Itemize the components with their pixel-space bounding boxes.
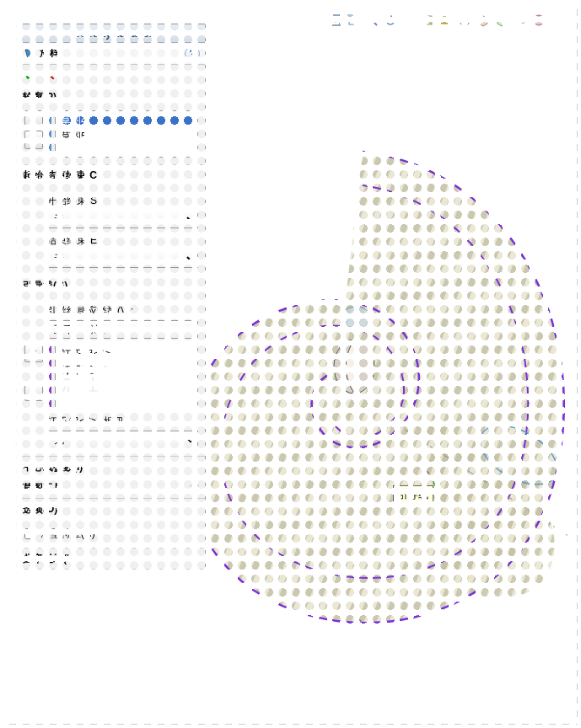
thin-feature-label: 薄壁特征(H)	[40, 527, 95, 541]
svg-point-6	[353, 367, 360, 374]
section-icon[interactable]	[419, 12, 436, 29]
svg-line-16	[374, 22, 377, 25]
box1-icon[interactable]	[456, 12, 473, 29]
chevron-down-icon: ﹀	[190, 483, 200, 493]
guide-type-select[interactable]: 到下一引线	[46, 320, 198, 339]
profiles-listbox[interactable]: 草图4 草图5	[55, 110, 198, 158]
start-constraint-label: 开始约束(S):	[24, 194, 198, 208]
svg-point-7	[357, 72, 362, 77]
section-curvature: 曲率显示(Y) ﹀	[18, 549, 205, 570]
cancel-button[interactable]: ✕	[46, 69, 56, 83]
section-thin: 薄壁特征(H)	[18, 520, 205, 549]
list-item[interactable]: 草图4	[57, 113, 196, 129]
pan-icon[interactable]	[401, 12, 417, 29]
svg-point-15	[368, 16, 374, 23]
appearance-icon[interactable]	[530, 12, 547, 29]
section-centerline: 中心线参数(I) ﹀	[18, 457, 205, 478]
move-down-button[interactable]: ⇩	[24, 131, 43, 149]
view-toolbar	[326, 12, 547, 29]
start-constraint-select[interactable]: 无	[46, 210, 198, 228]
svg-point-5	[341, 307, 371, 330]
guide-type-label: 引导线感应类型(V):	[24, 304, 198, 318]
pin-button[interactable]	[186, 26, 202, 41]
section-header-options[interactable]: 选项(O) ﹀	[18, 499, 205, 519]
end-constraint-select[interactable]: 无	[46, 249, 198, 268]
chevron-up-icon: ︿	[190, 281, 200, 291]
svg-point-8	[357, 619, 362, 624]
move-up-button[interactable]: ⇧	[24, 344, 43, 362]
zoom-window-icon[interactable]	[345, 12, 362, 29]
feature-header: 放样 ?	[18, 43, 205, 65]
svg-rect-14	[347, 14, 352, 19]
feature-title: 放样	[40, 46, 185, 61]
svg-rect-23	[191, 29, 196, 35]
thin-feature-checkbox[interactable]	[24, 528, 35, 539]
color-indicator	[46, 344, 51, 410]
section-header-sketch-tools[interactable]: 草图工具 ﹀	[18, 478, 205, 498]
chevron-up-icon: ︿	[190, 170, 200, 180]
section-profiles: 轮廓(P) ︿ ⇧ ⇩ 草图4 草图5	[18, 87, 205, 165]
section-header-guides[interactable]: 引导线(G) ︿	[18, 276, 205, 296]
svg-rect-19	[441, 17, 451, 24]
property-manager-panel: PropertyManager 放样 ? ✓ ✕ 轮廓(P) ︿ ⇧ ⇩ 草图4…	[17, 24, 206, 570]
section-options: 选项(O) ﹀	[18, 499, 205, 520]
zoom-fit-icon[interactable]	[326, 12, 343, 29]
chevron-down-icon: ﹀	[190, 504, 200, 514]
thin-feature-checkbox-row[interactable]: 薄壁特征(H)	[24, 525, 198, 543]
tangent-select[interactable]: 无	[46, 431, 198, 449]
section-header-constraints[interactable]: 起始/结束约束(C) ︿	[18, 165, 205, 185]
box2-icon[interactable]	[475, 12, 492, 29]
section-guides: 引导线(G) ︿ 引导线感应类型(V): 到下一引线 ⇧ ⇩ 打开 组<1> 打…	[18, 276, 205, 457]
color-indicator	[46, 110, 51, 158]
list-item[interactable]: 打开 组<1>	[57, 346, 196, 362]
box3-icon[interactable]	[493, 12, 510, 29]
ok-button[interactable]: ✓	[24, 67, 35, 83]
section-constraints: 起始/结束约束(C) ︿ 开始约束(S): 无 结束约束(E): 无	[18, 165, 205, 276]
section-header-profiles[interactable]: 轮廓(P) ︿	[18, 87, 205, 107]
tangent-label: 打开 组<2> -相切	[24, 415, 198, 429]
section-sketch-tools: 草图工具 ﹀	[18, 478, 205, 499]
svg-point-21	[519, 19, 522, 22]
confirm-row: ✓ ✕	[18, 65, 205, 87]
help-button[interactable]: ?	[185, 46, 200, 62]
chevron-up-icon: ︿	[190, 92, 200, 102]
svg-point-22	[534, 15, 544, 25]
move-up-button[interactable]: ⇧	[24, 110, 43, 129]
panel-title: PropertyManager	[70, 28, 153, 40]
zoom-icon[interactable]	[363, 12, 380, 29]
tooltip: 引导线	[393, 485, 433, 505]
section-header-centerline[interactable]: 中心线参数(I) ﹀	[18, 457, 205, 477]
panel-header: PropertyManager	[18, 24, 205, 43]
move-down-button[interactable]: ⇩	[24, 383, 43, 401]
svg-point-9	[424, 471, 429, 476]
rotate-icon[interactable]	[382, 12, 399, 29]
display-style-icon[interactable]	[438, 12, 455, 29]
hide-show-icon[interactable]	[512, 12, 529, 29]
loft-icon	[23, 47, 36, 61]
chevron-down-icon: ﹀	[190, 462, 200, 472]
guides-listbox[interactable]: 打开 组<1> 打开 组<2>	[55, 344, 198, 410]
section-header-curvature[interactable]: 曲率显示(Y) ﹀	[18, 549, 205, 569]
list-item[interactable]: 打开 组<2>	[57, 362, 196, 378]
list-item[interactable]: 草图5	[57, 129, 196, 145]
end-constraint-label: 结束约束(E):	[24, 233, 198, 248]
chevron-down-icon: ﹀	[190, 554, 200, 564]
